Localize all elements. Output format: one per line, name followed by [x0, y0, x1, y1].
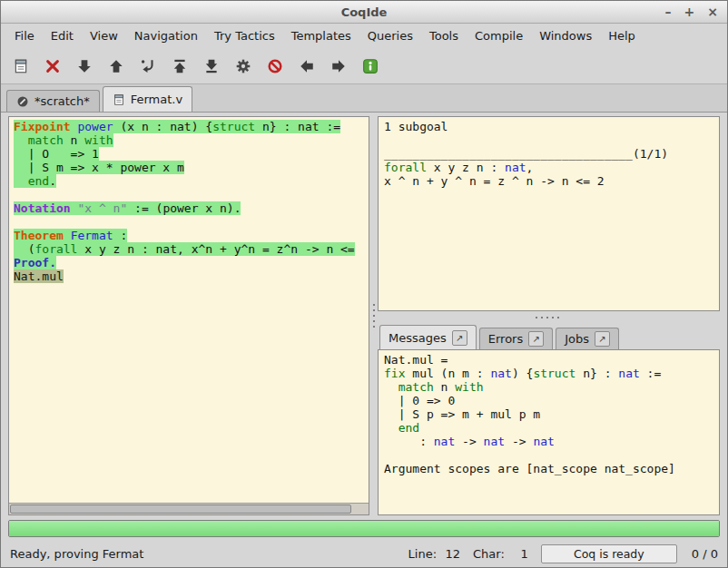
messages-line: | 0 => 0 [384, 394, 713, 407]
arrow-to-top-icon [172, 58, 188, 74]
menu-navigation[interactable]: Navigation [126, 25, 206, 46]
tab-label: Jobs [565, 332, 589, 346]
editor-line[interactable]: Nat.mul [14, 269, 364, 283]
messages-panel: Nat.mul = fix mul (n m : nat) {struct n}… [378, 349, 720, 515]
interrupt-button[interactable] [262, 54, 288, 79]
save-button[interactable] [8, 54, 34, 79]
line-number: 12 [442, 547, 460, 561]
arrow-down-icon [76, 58, 93, 74]
menu-windows[interactable]: Windows [531, 25, 600, 46]
editor-line[interactable]: (forall x y z n : nat, x^n + y^n = z^n -… [14, 242, 364, 256]
arrow-up-icon [108, 58, 124, 74]
minimize-button[interactable]: – [665, 5, 672, 18]
menu-templates[interactable]: Templates [283, 25, 359, 46]
editor-line[interactable]: Fixpoint power (x n : nat) {struct n} : … [14, 120, 364, 133]
menu-try-tactics[interactable]: Try Tactics [206, 25, 283, 46]
fully-check-button[interactable] [231, 54, 256, 79]
titlebar[interactable]: CoqIde – + × [1, 1, 727, 24]
editor-line[interactable]: Theorem Fermat : [14, 229, 364, 242]
tab-label: Errors [488, 332, 523, 346]
tab-scratch[interactable]: *scratch* [6, 90, 100, 112]
job-counter: 0 / 0 [692, 547, 718, 561]
messages-line: Argument scopes are [nat_scope nat_scope… [384, 462, 713, 475]
progress-bar [8, 520, 720, 537]
messages-line: | S p => m + mul p m [384, 407, 713, 421]
horizontal-scrollbar[interactable] [9, 503, 369, 514]
goals-line: 1 subgoal [384, 120, 713, 133]
editor-line[interactable]: Notation "x ^ n" := (power x n). [14, 201, 364, 215]
menu-file[interactable]: File [6, 25, 43, 46]
editor-line[interactable] [14, 215, 364, 229]
close-button[interactable]: × [707, 5, 718, 18]
pencil-icon [16, 95, 29, 108]
script-editor-panel: Fixpoint power (x n : nat) {struct n} : … [8, 116, 369, 515]
window-controls: – + × [665, 1, 718, 23]
vertical-splitter[interactable] [369, 116, 378, 515]
char-label: Char: [473, 547, 505, 561]
messages-line: Nat.mul = [384, 353, 713, 367]
coqide-window: CoqIde – + × FileEditViewNavigationTry T… [0, 0, 728, 568]
info-button[interactable] [358, 54, 383, 79]
next-button[interactable] [326, 54, 351, 79]
char-number: 1 [510, 547, 528, 561]
right-column: 1 subgoal ______________________________… [378, 116, 720, 515]
editor-line[interactable]: end. [14, 174, 364, 188]
coq-status: Coq is ready [541, 544, 677, 563]
tab-fermat[interactable]: Fermat.v [103, 86, 192, 112]
scrollbar-thumb[interactable] [10, 504, 351, 514]
messages-line: fix mul (n m : nat) {struct n} : nat := [384, 367, 713, 380]
goals-line [384, 133, 713, 147]
window-title: CoqIde [341, 5, 388, 19]
tab-label: Messages [389, 331, 447, 345]
script-editor[interactable]: Fixpoint power (x n : nat) {struct n} : … [9, 117, 369, 503]
menu-edit[interactable]: Edit [43, 25, 82, 46]
editor-line[interactable]: Proof. [14, 256, 364, 269]
close-icon [44, 58, 61, 74]
line-label: Line: [408, 547, 437, 561]
step-backward-button[interactable] [103, 54, 129, 79]
detach-icon[interactable]: ↗ [528, 331, 544, 347]
close-buffer-button[interactable] [40, 54, 65, 79]
menu-queries[interactable]: Queries [359, 25, 421, 46]
menu-view[interactable]: View [82, 25, 126, 46]
statusbar: Ready, proving Fermat Line: 12 Char: 1 C… [1, 540, 727, 567]
maximize-button[interactable]: + [684, 5, 695, 18]
menu-tools[interactable]: Tools [421, 25, 467, 46]
go-to-end-button[interactable] [199, 54, 224, 79]
coq-status-text: Coq is ready [574, 547, 644, 561]
tab-label: Fermat.v [131, 93, 182, 106]
detach-icon[interactable]: ↗ [452, 330, 467, 346]
editor-line[interactable]: | O => 1 [14, 147, 364, 161]
go-to-cursor-button[interactable] [135, 54, 161, 79]
editor-line[interactable]: | S m => x * power x m [14, 161, 364, 174]
editor-line[interactable] [14, 188, 364, 201]
progress-fill [9, 521, 719, 536]
messages-line: end [384, 421, 713, 435]
messages-line [384, 448, 713, 462]
main-area: Fixpoint power (x n : nat) {struct n} : … [8, 116, 720, 515]
horizontal-splitter[interactable] [378, 311, 720, 323]
goals-panel: 1 subgoal ______________________________… [378, 116, 720, 311]
tab-jobs[interactable]: Jobs ↗ [556, 328, 619, 349]
toolbar [1, 48, 727, 84]
step-forward-button[interactable] [72, 54, 97, 79]
menu-compile[interactable]: Compile [467, 25, 531, 46]
splitter-grip-icon [536, 317, 563, 318]
tab-errors[interactable]: Errors ↗ [479, 328, 553, 349]
save-file-icon [13, 58, 29, 74]
arrow-to-bottom-icon [203, 58, 220, 74]
splitter-grip-icon [373, 304, 375, 328]
goals-line: ___________________________________(1/1) [384, 147, 713, 161]
go-to-start-button[interactable] [167, 54, 192, 79]
menu-help[interactable]: Help [600, 25, 644, 46]
messages-line: : nat -> nat -> nat [384, 435, 713, 448]
cursor-arrow-icon [140, 58, 156, 74]
detach-icon[interactable]: ↗ [595, 331, 610, 347]
file-icon [113, 93, 125, 106]
editor-line[interactable]: match n with [14, 133, 364, 147]
tab-label: *scratch* [34, 94, 90, 108]
tab-messages[interactable]: Messages ↗ [379, 325, 477, 349]
previous-button[interactable] [294, 54, 320, 79]
document-tabbar: *scratch* Fermat.v [1, 84, 727, 113]
message-tabbar: Messages ↗ Errors ↗ Jobs ↗ [378, 323, 720, 349]
